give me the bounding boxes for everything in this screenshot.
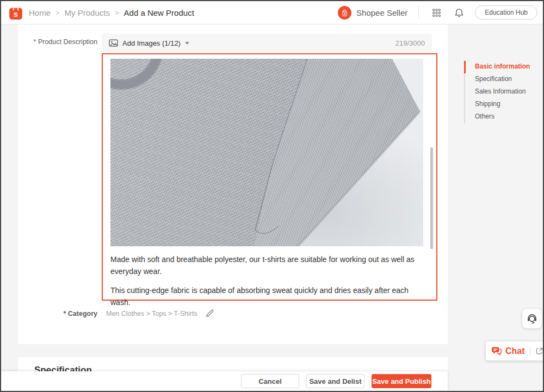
description-textarea[interactable]: Made with soft and breathable polyester,…: [102, 53, 437, 301]
svg-text:S: S: [344, 12, 346, 15]
pop-out-icon[interactable]: [535, 347, 543, 355]
add-images-label: Add Images (1/12): [122, 39, 181, 47]
image-icon: [109, 39, 118, 47]
category-value: Men Clothes > Tops > T-Shirts: [106, 310, 197, 318]
shopee-logo-icon[interactable]: S: [9, 5, 23, 20]
tshirt-seams: [110, 59, 423, 246]
chevron-down-icon: [185, 42, 189, 45]
seller-name: Shopee Seller: [356, 8, 407, 17]
description-editor-toolbar: Add Images (1/12) 219/3000: [102, 34, 432, 52]
seller-avatar: S: [338, 6, 351, 20]
description-paragraph: This cutting-edge fabric is capable of a…: [110, 285, 415, 308]
product-description-label: * Product Description: [18, 38, 97, 46]
save-and-publish-button[interactable]: Save and Publish: [372, 374, 431, 388]
action-footer: Cancel Save and Delist Save and Publish: [1, 371, 448, 391]
cancel-button[interactable]: Cancel: [241, 374, 299, 388]
apps-grid-icon[interactable]: [430, 6, 443, 20]
editor-scrollbar-thumb[interactable]: [430, 147, 433, 249]
breadcrumb-current: Add a New Product: [124, 8, 194, 17]
add-images-control[interactable]: Add Images (1/12): [109, 39, 189, 47]
nav-item-basic-information[interactable]: Basic information: [464, 61, 530, 73]
category-label: * Category: [18, 310, 97, 318]
support-headset-button[interactable]: [522, 309, 542, 328]
nav-item-shipping[interactable]: Shipping: [464, 98, 530, 111]
chat-label: Chat: [505, 346, 525, 356]
section-nav: Basic information Specification Sales In…: [464, 61, 530, 123]
edit-category-button[interactable]: [204, 308, 215, 319]
description-paragraph: Made with soft and breathable polyester,…: [110, 254, 415, 277]
pencil-icon: [205, 309, 214, 318]
category-row: * Category Men Clothes > Tops > T-Shirts: [18, 308, 215, 319]
headset-icon: [526, 313, 538, 325]
nav-item-specification[interactable]: Specification: [464, 73, 530, 86]
svg-text:S: S: [14, 11, 18, 18]
chat-bubbles-icon: [491, 346, 502, 356]
description-editor: Add Images (1/12) 219/3000 Made with: [102, 34, 437, 301]
char-counter: 219/3000: [395, 39, 425, 47]
chat-divider: [530, 347, 530, 356]
education-hub-button[interactable]: Education Hub: [475, 5, 537, 20]
app-window: S Home > My Products > Add a New Product…: [0, 0, 544, 392]
nav-item-others[interactable]: Others: [464, 111, 530, 123]
notification-bell-icon[interactable]: [452, 5, 466, 20]
seller-account-chip[interactable]: S Shopee Seller: [338, 6, 407, 20]
breadcrumb-separator: >: [115, 9, 119, 17]
save-and-delist-button[interactable]: Save and Delist: [306, 374, 364, 388]
header-divider: [418, 7, 419, 18]
breadcrumb-separator: >: [55, 9, 60, 17]
chat-widget[interactable]: Chat: [486, 341, 544, 360]
breadcrumb-home[interactable]: Home: [29, 8, 51, 17]
product-photo-tshirt: [110, 59, 423, 246]
breadcrumb-my-products[interactable]: My Products: [65, 8, 110, 17]
basic-information-card: * Product Description Add Images (1/12) …: [18, 24, 448, 344]
nav-item-sales-information[interactable]: Sales Information: [464, 86, 530, 98]
app-header: S Home > My Products > Add a New Product…: [1, 1, 543, 24]
